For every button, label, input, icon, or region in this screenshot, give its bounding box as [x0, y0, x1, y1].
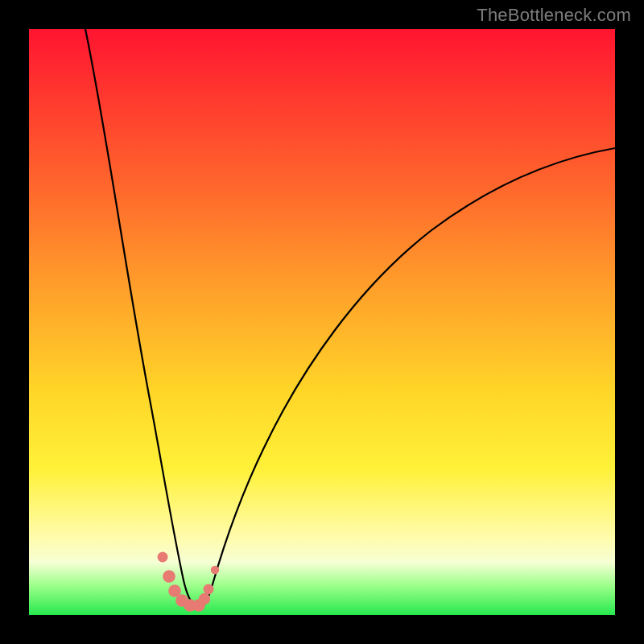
- svg-point-6: [199, 593, 210, 605]
- watermark-text: TheBottleneck.com: [477, 5, 631, 26]
- left-curve-branch: [85, 29, 200, 607]
- chart-frame: TheBottleneck.com: [0, 0, 644, 644]
- svg-point-7: [204, 584, 214, 595]
- plot-area: [29, 29, 615, 615]
- bottleneck-curve: [29, 29, 615, 615]
- svg-point-8: [211, 566, 219, 574]
- svg-point-0: [158, 552, 168, 563]
- right-curve-branch: [200, 148, 615, 607]
- svg-point-1: [163, 570, 175, 583]
- valley-dots: [158, 552, 220, 612]
